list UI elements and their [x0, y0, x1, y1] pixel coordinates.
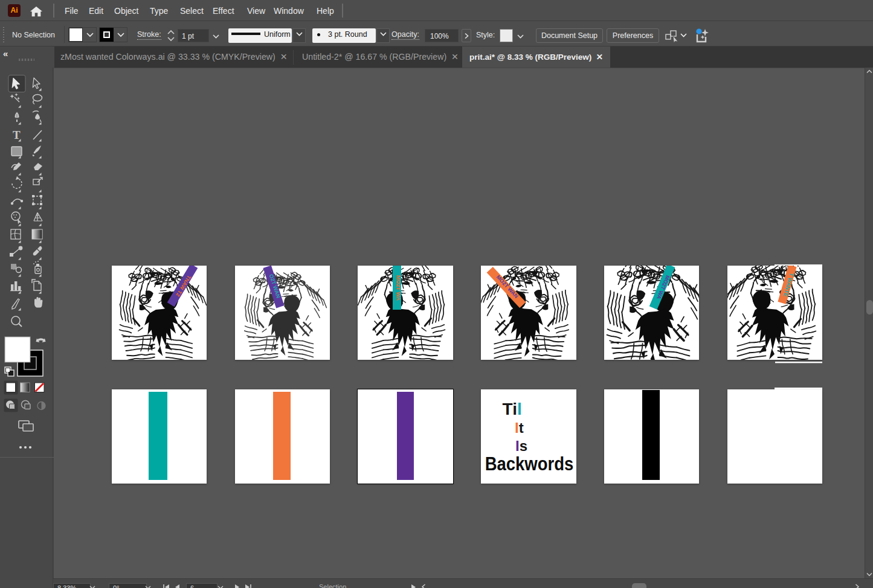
svg-text:Backwords: Backwords	[485, 453, 574, 475]
svg-text:It: It	[515, 420, 524, 436]
svg-text:T: T	[13, 129, 21, 141]
svg-text:Is: Is	[515, 437, 527, 453]
svg-text:Til: Til	[503, 399, 522, 418]
